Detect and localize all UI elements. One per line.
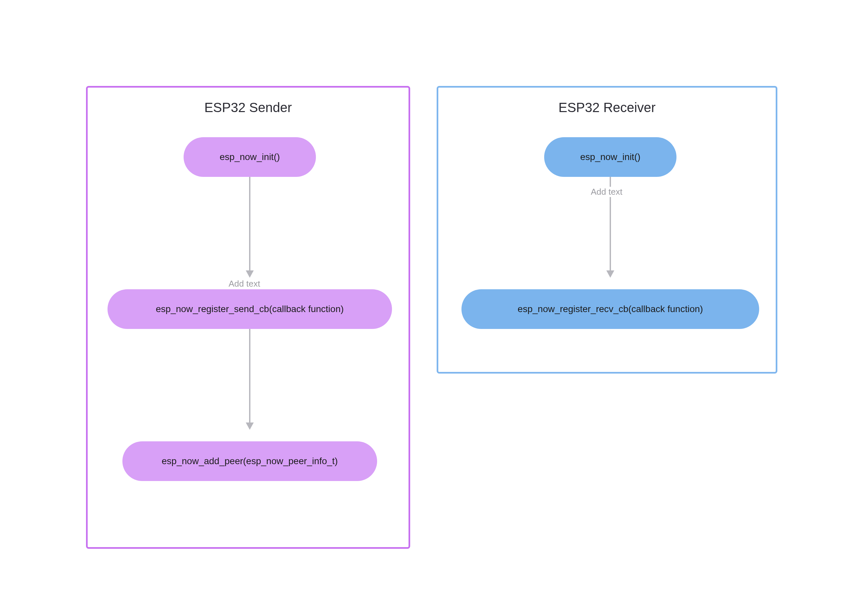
sender-arrow-1 <box>248 177 251 278</box>
svg-marker-5 <box>606 271 614 278</box>
receiver-title: ESP32 Receiver <box>438 100 776 115</box>
sender-arrow-2 <box>248 329 251 430</box>
sender-node-addpeer[interactable]: esp_now_add_peer(esp_now_peer_info_t) <box>122 441 377 481</box>
diagram-canvas: ESP32 Sender esp_now_init() Add text esp… <box>86 86 781 549</box>
receiver-group[interactable]: ESP32 Receiver esp_now_init() Add text e… <box>437 86 777 374</box>
sender-node-init[interactable]: esp_now_init() <box>184 137 316 177</box>
sender-arrow-1-label[interactable]: Add text <box>226 279 262 289</box>
receiver-arrow-1-label[interactable]: Add text <box>589 187 624 197</box>
svg-marker-3 <box>246 422 254 430</box>
receiver-node-register-label: esp_now_register_recv_cb(callback functi… <box>518 304 703 314</box>
sender-node-addpeer-label: esp_now_add_peer(esp_now_peer_info_t) <box>162 456 338 467</box>
sender-node-init-label: esp_now_init() <box>220 152 280 162</box>
sender-group[interactable]: ESP32 Sender esp_now_init() Add text esp… <box>86 86 410 549</box>
receiver-node-init[interactable]: esp_now_init() <box>544 137 676 177</box>
receiver-node-register[interactable]: esp_now_register_recv_cb(callback functi… <box>462 289 759 329</box>
svg-marker-1 <box>246 271 254 278</box>
receiver-node-init-label: esp_now_init() <box>580 152 640 162</box>
sender-title: ESP32 Sender <box>88 100 409 115</box>
sender-node-register-label: esp_now_register_send_cb(callback functi… <box>156 304 344 314</box>
sender-node-register[interactable]: esp_now_register_send_cb(callback functi… <box>107 289 392 329</box>
